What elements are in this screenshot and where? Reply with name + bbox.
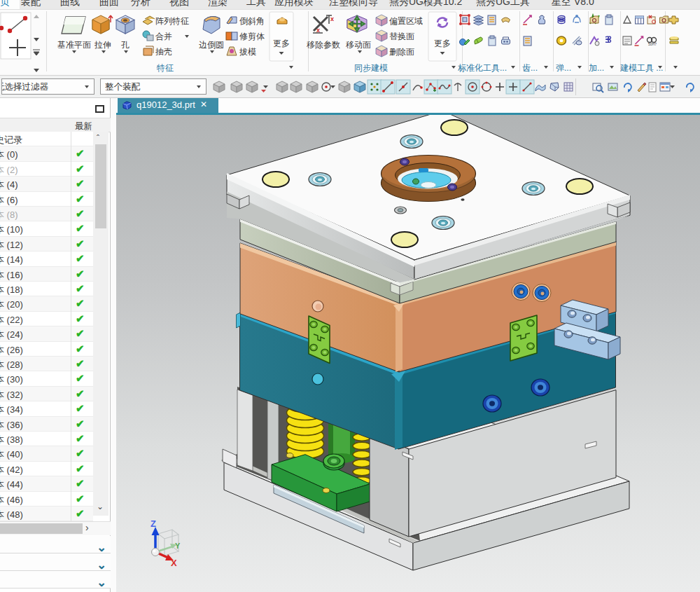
svg-text:更多: 更多 bbox=[273, 39, 290, 48]
svg-text:x: x bbox=[330, 15, 334, 22]
svg-text:50H7: 50H7 bbox=[648, 42, 657, 46]
svg-text:x: x bbox=[316, 27, 320, 34]
svg-text:Y: Y bbox=[175, 542, 181, 550]
svg-text:Z: Z bbox=[150, 518, 156, 529]
svg-text:更多: 更多 bbox=[434, 39, 451, 48]
svg-text:X: X bbox=[171, 558, 177, 568]
